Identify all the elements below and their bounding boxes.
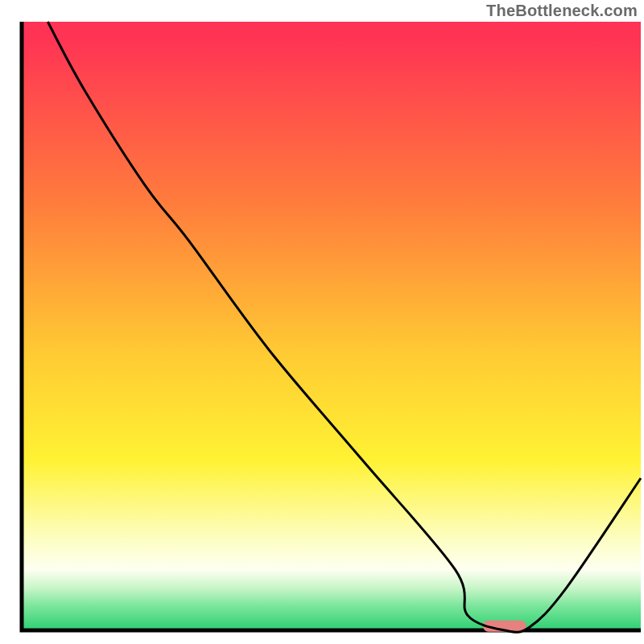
- bottleneck-chart: TheBottleneck.com: [0, 0, 644, 644]
- plot-gradient: [22, 22, 641, 630]
- chart-svg: [0, 0, 644, 644]
- attribution-label: TheBottleneck.com: [486, 2, 638, 20]
